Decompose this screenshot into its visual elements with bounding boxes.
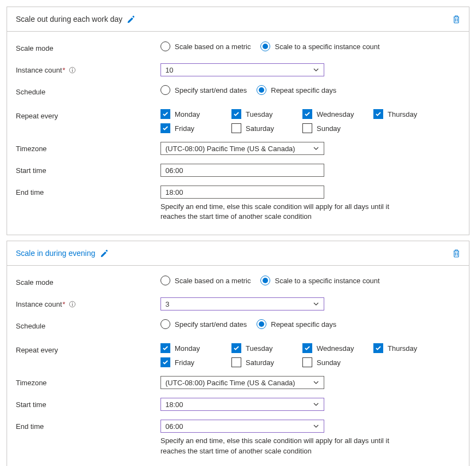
start-time-value: 18:00 — [165, 401, 183, 409]
scale-metric-radio[interactable]: Scale based on a metric — [160, 41, 251, 51]
instance-count-label: Instance count* — [16, 297, 160, 310]
radio-label-specific: Scale to a specific instance count — [275, 43, 379, 51]
schedule-label: Schedule — [16, 85, 160, 98]
checkbox-friday[interactable]: Friday — [160, 123, 231, 133]
instance-count-select[interactable]: 10 — [160, 63, 324, 76]
end-time-input[interactable]: 18:00 — [160, 186, 324, 199]
start-time-select[interactable]: 18:00 — [160, 398, 324, 411]
panel-body: Scale mode Scale based on a metric Scale… — [7, 32, 469, 235]
checkbox-thursday[interactable]: Thursday — [373, 109, 444, 119]
checkbox-monday[interactable]: Monday — [160, 109, 231, 119]
checkbox-monday[interactable]: Monday — [160, 343, 231, 353]
schedule-dates-radio[interactable]: Specify start/end dates — [160, 319, 247, 329]
chevron-down-icon — [313, 301, 319, 307]
instance-count-value: 3 — [165, 300, 169, 308]
edit-icon[interactable] — [100, 249, 108, 257]
end-time-hint: Specify an end time, else this scale con… — [160, 202, 395, 222]
schedule-repeat-radio[interactable]: Repeat specific days — [257, 319, 336, 329]
radio-label-repeat: Repeat specific days — [271, 320, 336, 328]
svg-point-1 — [72, 68, 72, 69]
repeat-every-label: Repeat every — [16, 109, 160, 122]
radio-label-repeat: Repeat specific days — [271, 86, 336, 94]
timezone-value: (UTC-08:00) Pacific Time (US & Canada) — [165, 145, 295, 153]
scale-mode-label: Scale mode — [16, 41, 160, 55]
scale-mode-label: Scale mode — [16, 276, 160, 289]
chevron-down-icon — [313, 423, 319, 429]
end-time-select[interactable]: 06:00 — [160, 420, 324, 433]
checkbox-friday[interactable]: Friday — [160, 357, 231, 367]
timezone-label: Timezone — [16, 376, 160, 389]
start-time-label: Start time — [16, 164, 160, 177]
chevron-down-icon — [313, 145, 319, 152]
checkbox-wednesday[interactable]: Wednesday — [302, 109, 373, 119]
panel-header: Scale in during evening — [7, 241, 469, 266]
checkbox-wednesday[interactable]: Wednesday — [302, 343, 373, 353]
instance-count-label: Instance count* — [16, 63, 160, 76]
scale-metric-radio[interactable]: Scale based on a metric — [160, 276, 251, 285]
scale-specific-radio[interactable]: Scale to a specific instance count — [260, 276, 379, 285]
svg-point-3 — [72, 302, 72, 303]
checkbox-sunday[interactable]: Sunday — [302, 123, 373, 133]
scale-condition-panel: Scale out during each work day Scale mod… — [7, 7, 469, 235]
radio-label-specific: Scale to a specific instance count — [275, 277, 379, 285]
instance-count-select[interactable]: 3 — [160, 297, 324, 310]
schedule-repeat-radio[interactable]: Repeat specific days — [257, 85, 336, 95]
chevron-down-icon — [313, 67, 319, 73]
panel-title: Scale out during each work day — [16, 15, 122, 23]
start-time-label: Start time — [16, 398, 160, 411]
chevron-down-icon — [313, 379, 319, 386]
end-time-hint: Specify an end time, else this scale con… — [160, 436, 395, 456]
checkbox-saturday[interactable]: Saturday — [231, 123, 302, 133]
checkbox-tuesday[interactable]: Tuesday — [231, 109, 302, 119]
checkbox-thursday[interactable]: Thursday — [373, 343, 444, 353]
end-time-label: End time — [16, 420, 160, 433]
start-time-value: 06:00 — [165, 166, 183, 175]
radio-label-dates: Specify start/end dates — [175, 86, 247, 94]
edit-icon[interactable] — [127, 15, 134, 23]
schedule-label: Schedule — [16, 319, 160, 332]
radio-label-metric: Scale based on a metric — [175, 277, 251, 285]
repeat-every-label: Repeat every — [16, 343, 160, 356]
delete-icon[interactable] — [453, 15, 460, 23]
timezone-label: Timezone — [16, 142, 160, 155]
end-time-label: End time — [16, 186, 160, 199]
panel-title: Scale in during evening — [16, 249, 96, 258]
timezone-select[interactable]: (UTC-08:00) Pacific Time (US & Canada) — [160, 376, 324, 389]
info-icon[interactable] — [69, 301, 76, 308]
start-time-input[interactable]: 06:00 — [160, 164, 324, 177]
radio-label-metric: Scale based on a metric — [175, 43, 251, 51]
timezone-value: (UTC-08:00) Pacific Time (US & Canada) — [165, 379, 295, 387]
checkbox-saturday[interactable]: Saturday — [231, 357, 302, 367]
scale-condition-panel: Scale in during evening Scale mode Scale… — [7, 241, 469, 466]
panel-header: Scale out during each work day — [7, 7, 469, 32]
schedule-dates-radio[interactable]: Specify start/end dates — [160, 85, 247, 95]
info-icon[interactable] — [69, 67, 76, 74]
chevron-down-icon — [313, 401, 319, 408]
scale-specific-radio[interactable]: Scale to a specific instance count — [260, 41, 379, 51]
end-time-value: 06:00 — [165, 422, 183, 431]
delete-icon[interactable] — [453, 249, 460, 258]
checkbox-sunday[interactable]: Sunday — [302, 357, 373, 367]
radio-label-dates: Specify start/end dates — [175, 320, 247, 328]
checkbox-tuesday[interactable]: Tuesday — [231, 343, 302, 353]
timezone-select[interactable]: (UTC-08:00) Pacific Time (US & Canada) — [160, 142, 324, 155]
panel-body: Scale mode Scale based on a metric Scale… — [7, 266, 469, 466]
end-time-value: 18:00 — [165, 188, 183, 196]
instance-count-value: 10 — [165, 66, 173, 74]
